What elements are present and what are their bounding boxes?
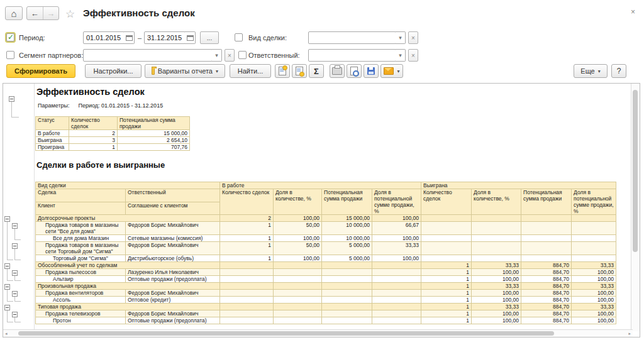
deal-type-checkbox[interactable] — [235, 33, 243, 41]
table-cell[interactable]: 33,33 — [472, 283, 521, 290]
table-cell[interactable] — [220, 310, 274, 317]
table-cell[interactable]: 1 — [220, 255, 274, 262]
table-cell[interactable] — [372, 297, 421, 304]
table-cell[interactable]: Торговый дом "Сигма" — [36, 255, 126, 262]
table-cell[interactable] — [372, 276, 421, 283]
deal-type-clear-button[interactable]: × — [408, 31, 418, 44]
table-cell[interactable] — [220, 269, 274, 276]
collapse-group-icon[interactable] — [4, 284, 10, 290]
table-cell[interactable] — [274, 290, 322, 297]
summary-cell[interactable]: 15 000,00 — [118, 130, 190, 137]
table-cell[interactable]: Лазуренко Илья Николаевич — [126, 269, 220, 276]
table-cell[interactable]: 100,00 — [372, 255, 421, 262]
table-cell[interactable]: Продажа товаров в магазины сети "Все для… — [36, 222, 126, 235]
responsible-input[interactable] — [308, 49, 396, 62]
period-from-input[interactable] — [83, 31, 125, 44]
responsible-checkbox[interactable] — [238, 51, 247, 59]
table-cell[interactable]: 884,70 — [521, 262, 572, 269]
table-cell[interactable] — [372, 304, 421, 310]
preview-button[interactable] — [347, 64, 362, 78]
back-button[interactable]: ← — [27, 7, 43, 19]
table-cell[interactable]: Сетевые магазины (комиссия) — [126, 235, 220, 242]
responsible-dropdown-button[interactable]: ▾ — [396, 49, 406, 62]
scroll-left-icon[interactable]: ◂ — [5, 330, 8, 337]
table-cell[interactable]: Все для дома Магазин — [36, 235, 126, 242]
generate-button[interactable]: Сформировать — [6, 64, 75, 78]
table-cell[interactable]: 10 000,00 — [322, 222, 372, 235]
close-icon[interactable]: × — [631, 8, 635, 16]
table-cell[interactable] — [322, 290, 372, 297]
table-cell[interactable]: 884,70 — [521, 297, 572, 304]
expand-groups-button[interactable] — [275, 64, 290, 78]
table-cell[interactable]: 33,33 — [572, 304, 616, 310]
table-cell[interactable] — [421, 215, 472, 222]
deal-type-dropdown-button[interactable]: ▾ — [396, 31, 406, 44]
table-cell[interactable]: 100,00 — [274, 235, 322, 242]
period-more-button[interactable]: ... — [200, 31, 219, 44]
table-cell[interactable]: Продажа вентиляторов — [36, 290, 126, 297]
print-button[interactable] — [330, 64, 345, 78]
settings-button[interactable]: Настройки... — [85, 64, 142, 78]
table-cell[interactable]: 2 — [220, 215, 274, 222]
summary-cell[interactable]: В работе — [36, 130, 69, 137]
table-cell[interactable] — [372, 310, 421, 317]
table-cell[interactable]: Продажа телевизоров — [36, 310, 126, 317]
table-cell[interactable]: 1 — [421, 297, 472, 304]
save-button[interactable] — [364, 64, 379, 78]
table-cell[interactable] — [572, 222, 616, 235]
table-cell[interactable] — [572, 235, 616, 242]
summary-cell[interactable]: 707,76 — [118, 144, 190, 151]
table-cell[interactable]: 100,00 — [274, 255, 322, 262]
collapse-group-icon[interactable] — [9, 96, 14, 102]
table-cell[interactable] — [274, 304, 322, 310]
table-cell[interactable]: Альтаир — [36, 276, 126, 283]
table-cell[interactable] — [521, 215, 572, 222]
summary-cell[interactable]: 2 654,10 — [118, 137, 190, 144]
table-cell[interactable] — [472, 255, 521, 262]
table-cell[interactable]: Федоров Борис Михайлович — [126, 222, 220, 235]
find-button[interactable]: Найти... — [230, 64, 271, 78]
summary-cell[interactable]: 2 — [69, 130, 118, 137]
table-cell[interactable] — [322, 310, 372, 317]
table-cell[interactable]: 50,00 — [274, 222, 322, 235]
table-cell[interactable] — [220, 304, 274, 310]
table-cell[interactable] — [322, 262, 372, 269]
table-cell[interactable] — [220, 262, 274, 269]
table-cell[interactable]: 1 — [421, 290, 472, 297]
table-cell[interactable] — [472, 242, 521, 255]
responsible-clear-button[interactable]: × — [408, 49, 418, 62]
table-cell[interactable]: 884,70 — [521, 317, 572, 324]
table-cell[interactable]: Протон — [36, 317, 126, 324]
period-checkbox[interactable] — [6, 33, 14, 41]
table-cell[interactable]: 884,70 — [521, 276, 572, 283]
table-cell[interactable]: 1 — [220, 235, 274, 242]
table-cell[interactable]: 100,00 — [572, 297, 616, 304]
table-cell[interactable] — [322, 276, 372, 283]
segment-dropdown-button[interactable]: ▾ — [212, 49, 222, 62]
table-cell[interactable]: 884,70 — [521, 290, 572, 297]
table-cell[interactable] — [274, 262, 322, 269]
table-cell[interactable]: 100,00 — [472, 310, 521, 317]
table-cell[interactable] — [521, 235, 572, 242]
summary-cell[interactable]: Выиграна — [36, 137, 69, 144]
table-cell[interactable]: Продажа пылесосов — [36, 269, 126, 276]
vertical-scrollbar-thumb[interactable] — [633, 90, 638, 252]
table-cell[interactable] — [521, 222, 572, 235]
table-cell[interactable]: 1 — [421, 283, 472, 290]
table-cell[interactable]: Долгосрочные проекты — [36, 215, 220, 222]
table-cell[interactable] — [274, 310, 322, 317]
table-cell[interactable]: 100,00 — [472, 297, 521, 304]
table-cell[interactable]: 884,70 — [521, 269, 572, 276]
period-from-calendar-button[interactable] — [124, 31, 135, 44]
table-cell[interactable] — [322, 297, 372, 304]
report-variants-button[interactable]: Варианты отчета ▾ — [145, 64, 225, 78]
table-cell[interactable]: 100,00 — [572, 269, 616, 276]
table-cell[interactable]: 10 000,00 — [322, 235, 372, 242]
table-cell[interactable]: 100,00 — [372, 215, 421, 222]
table-cell[interactable] — [322, 269, 372, 276]
table-cell[interactable]: 66,67 — [372, 222, 421, 235]
table-cell[interactable]: 100,00 — [472, 276, 521, 283]
table-cell[interactable]: 1 — [421, 269, 472, 276]
table-cell[interactable]: 884,70 — [521, 304, 572, 310]
collapse-group-icon[interactable] — [4, 216, 10, 222]
